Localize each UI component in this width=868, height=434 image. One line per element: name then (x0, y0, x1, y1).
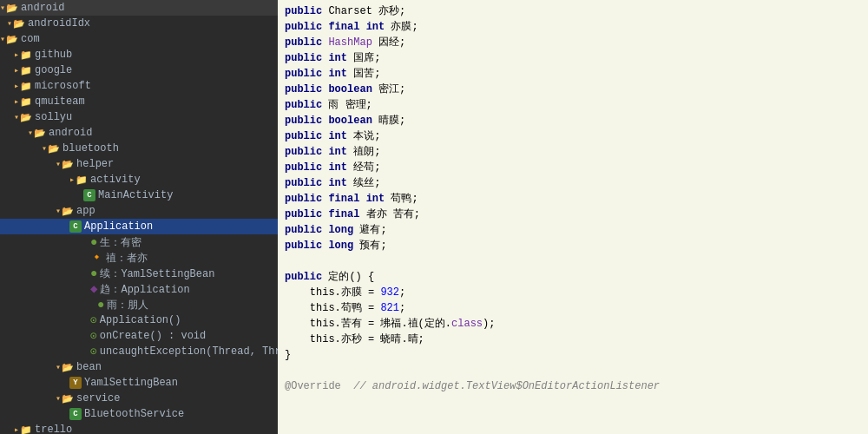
code-line-20: this.苦有 = 坲福.禃(定的.class); (285, 316, 861, 332)
tree-item-service[interactable]: ▾📂service (0, 391, 278, 406)
tree-item-github[interactable]: ▸📁github (0, 47, 278, 62)
tree-item-field-yu[interactable]: ●雨：朋人 (0, 297, 278, 312)
code-line-4: public int 国苦; (285, 66, 861, 82)
tree-item-bluetooth[interactable]: ▾📂bluetooth (0, 141, 278, 156)
code-line-5: public boolean 密江; (285, 82, 861, 97)
code-line-24: @Override // android.widget.TextView$OnE… (285, 378, 861, 394)
code-line-23 (285, 363, 861, 378)
tree-item-qmuiteam[interactable]: ▸📁qmuiteam (0, 94, 278, 109)
code-line-6: public 雨 密理; (285, 97, 861, 113)
code-line-7: public boolean 晴膜; (285, 113, 861, 128)
code-line-0: public Charset 亦秒; (285, 3, 861, 19)
tree-item-app[interactable]: ▾📂app (0, 203, 278, 219)
code-line-15: public long 预有; (285, 238, 861, 253)
tree-item-android[interactable]: ▾📂android (0, 0, 278, 16)
code-line-8: public int 本说; (285, 128, 861, 144)
code-line-12: public final int 苟鸭; (285, 191, 861, 207)
code-line-11: public int 续丝; (285, 175, 861, 191)
tree-item-microsoft[interactable]: ▸📁microsoft (0, 78, 278, 94)
tree-item-androidIdx[interactable]: ▾📂androidIdx (0, 16, 278, 31)
tree-item-trello[interactable]: ▸📁trello (0, 422, 278, 434)
code-line-17: public 定的() { (285, 269, 861, 285)
tree-item-field-sheng[interactable]: ●生：有密 (0, 234, 278, 250)
tree-item-google[interactable]: ▸📁google (0, 62, 278, 78)
tree-item-MainActivity[interactable]: CMainActivity (0, 187, 278, 203)
code-line-13: public final 者亦 苦有; (285, 207, 861, 222)
tree-item-sollyu-android[interactable]: ▾📂android (0, 125, 278, 141)
code-line-1: public final int 亦膜; (285, 19, 861, 35)
code-line-9: public int 禃朗; (285, 144, 861, 160)
tree-item-method-onCreate[interactable]: ⊙onCreate() : void (0, 328, 278, 344)
tree-item-field-xu2[interactable]: ●续：YamlSettingBean (0, 266, 278, 281)
tree-item-com[interactable]: ▾📂com (0, 31, 278, 47)
code-line-22: } (285, 347, 861, 363)
code-line-16 (285, 253, 861, 269)
tree-item-YamlSettingBean[interactable]: YYamlSettingBean (0, 375, 278, 391)
tree-item-method-init[interactable]: ⊙Application() (0, 312, 278, 328)
tree-item-BluetoothService[interactable]: CBluetoothService (0, 406, 278, 422)
tree-item-sollyu[interactable]: ▾📂sollyu (0, 109, 278, 125)
code-line-3: public int 国席; (285, 50, 861, 66)
tree-item-activity[interactable]: ▸📁activity (0, 172, 278, 187)
tree-item-field-zhao[interactable]: ◆趋：Application (0, 281, 278, 297)
tree-item-bean[interactable]: ▾📂bean (0, 359, 278, 375)
code-line-2: public HashMap 因经; (285, 35, 861, 50)
code-editor: public Charset 亦秒;public final int 亦膜;pu… (278, 0, 868, 434)
code-line-19: this.苟鸭 = 821; (285, 300, 861, 316)
tree-item-field-xu[interactable]: 🔸禃：者亦 (0, 250, 278, 266)
code-line-21: this.亦秒 = 蛲晴.晴; (285, 332, 861, 347)
file-tree[interactable]: ▾📂android▾📂androidIdx▾📂com▸📁github▸📁goog… (0, 0, 278, 434)
code-line-14: public long 避有; (285, 222, 861, 238)
tree-item-Application[interactable]: CApplication (0, 219, 278, 234)
tree-item-method-uncaught[interactable]: ⊙uncaughtException(Thread, Thro… (0, 344, 278, 359)
code-line-18: this.亦膜 = 932; (285, 285, 861, 300)
tree-item-helper[interactable]: ▾📂helper (0, 156, 278, 172)
code-line-10: public int 经苟; (285, 160, 861, 175)
